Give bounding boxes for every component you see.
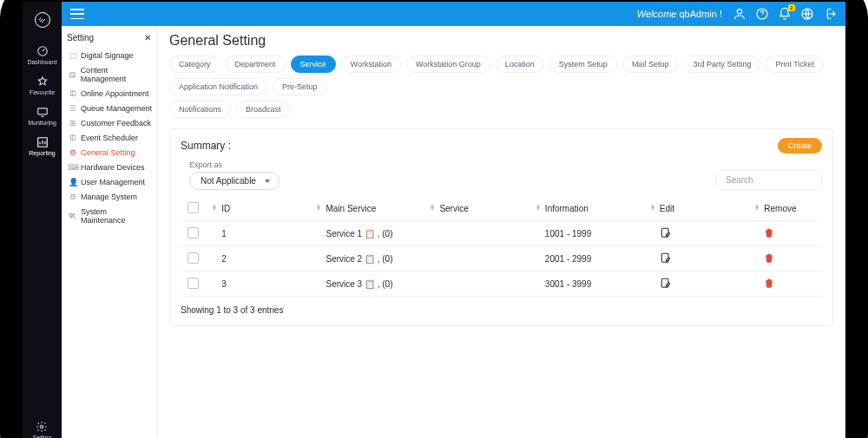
sidebar-item-icon: ⊞ — [69, 119, 77, 127]
help-icon[interactable] — [755, 7, 769, 21]
summary-label: Summary : — [181, 140, 231, 152]
sidepanel-title: Setting — [67, 33, 94, 42]
tab-pill[interactable]: Workstation — [341, 56, 401, 73]
sidebar-item-label: Queue Management — [81, 104, 152, 113]
create-button[interactable]: Create — [778, 138, 822, 154]
sidebar-item[interactable]: ▤Content Management — [67, 62, 155, 86]
tab-pill[interactable]: 3rd Party Setting — [683, 56, 760, 73]
sidebar-item-label: Online Appointment — [81, 89, 149, 98]
svg-rect-1 — [37, 108, 47, 114]
cell-main-service: Service 2 📋 , (0) — [319, 246, 432, 271]
tab-pill[interactable]: Department — [226, 56, 286, 73]
chart-icon — [36, 136, 49, 148]
gauge-icon — [36, 45, 49, 57]
rail-item-favourite[interactable]: Favourite — [23, 70, 62, 101]
tab-pill[interactable]: Pre-Setup — [273, 78, 327, 95]
sidebar-item-label: Digital Signage — [81, 51, 134, 60]
table-row: 1 Service 1 📋 , (0) 1001 - 1999 — [181, 221, 822, 246]
table-footer: Showing 1 to 3 of 3 entries — [181, 297, 822, 318]
cell-information: 3001 - 3999 — [538, 271, 653, 297]
tab-pill[interactable]: Notifications — [169, 101, 231, 118]
star-icon — [36, 75, 49, 88]
export-selected: Not Applicable — [201, 176, 256, 186]
globe-icon[interactable] — [800, 7, 814, 21]
sidebar-item-icon: 👤 — [69, 178, 77, 186]
sidebar-item-label: General Setting — [81, 148, 135, 157]
sidebar-item[interactable]: 🛠System Maintenance — [67, 204, 155, 227]
sidebar-item-label: System Maintenance — [81, 207, 153, 225]
row-checkbox[interactable] — [187, 278, 199, 289]
tabs-row-2: NotificationsBroadcast — [169, 101, 833, 118]
table-header[interactable]: ▴▾Edit — [653, 197, 758, 221]
table-header[interactable]: ▴▾ID — [214, 197, 319, 221]
sidebar-item-icon: 🛠 — [69, 212, 77, 220]
sort-icon: ▴▾ — [536, 204, 540, 211]
tab-pill[interactable]: System Setup — [549, 56, 617, 73]
tab-pill[interactable]: Application Notification — [169, 78, 267, 95]
bell-icon[interactable]: 2 — [778, 7, 792, 21]
welcome-user: qbAdmin ! — [679, 9, 722, 19]
table-header[interactable]: ▴▾Remove — [757, 197, 822, 221]
sidebar-item-label: Customer Feedback — [81, 119, 151, 127]
sort-icon: ▴▾ — [317, 204, 320, 211]
cell-id: 3 — [214, 271, 319, 297]
trash-icon[interactable] — [764, 277, 774, 289]
sidepanel: Setting ✕ ▢Digital Signage▤Content Manag… — [62, 26, 157, 438]
rail-label: Reporting — [29, 150, 55, 156]
trash-icon[interactable] — [764, 226, 774, 239]
tab-pill[interactable]: Print Ticket — [766, 56, 824, 73]
rail-item-dashboard[interactable]: Dashboard — [23, 40, 62, 70]
search-input[interactable] — [716, 170, 822, 190]
rail-item-monitoring[interactable]: Monitoring — [23, 101, 62, 131]
user-icon[interactable] — [733, 7, 746, 21]
select-all-checkbox[interactable] — [187, 202, 199, 213]
rail-label: Monitoring — [28, 120, 56, 126]
tab-pill[interactable]: Location — [496, 56, 544, 73]
sidebar-item[interactable]: ⚙Manage System — [67, 189, 155, 204]
sidebar-item[interactable]: 🗓Event Scheduler — [67, 130, 155, 145]
sidebar-item-label: Hardware Devices — [81, 163, 145, 172]
tab-pill[interactable]: Category — [169, 56, 220, 73]
sidebar-item[interactable]: ⚙General Setting — [67, 145, 155, 160]
close-icon[interactable]: ✕ — [142, 33, 153, 42]
table-header[interactable]: ▴▾Service — [432, 197, 537, 221]
sort-icon: ▴▾ — [755, 204, 759, 211]
svg-point-3 — [41, 425, 44, 428]
sidebar-item-icon: ▢ — [69, 51, 77, 60]
sidebar-item-label: Manage System — [81, 193, 137, 201]
edit-icon[interactable] — [660, 226, 672, 239]
trash-icon[interactable] — [764, 252, 774, 264]
cell-service — [432, 246, 537, 271]
sidebar-item[interactable]: ⊞Customer Feedback — [67, 115, 155, 130]
cell-service — [432, 221, 537, 246]
sidebar-item-icon: 🗓 — [69, 89, 77, 98]
sidebar-item[interactable]: ▢Digital Signage — [67, 48, 155, 62]
sidebar-item-icon: ⌨ — [69, 163, 77, 172]
table-header[interactable]: ▴▾Main Service — [319, 197, 432, 221]
tab-pill[interactable]: Workstation Group — [406, 56, 490, 73]
sidebar-item[interactable]: 👤User Management — [67, 174, 155, 189]
row-checkbox[interactable] — [187, 252, 199, 264]
tab-pill[interactable]: Mail Setup — [622, 56, 679, 73]
edit-icon[interactable] — [660, 252, 672, 264]
logout-icon[interactable] — [823, 7, 837, 21]
edit-icon[interactable] — [660, 277, 672, 289]
cell-service — [432, 271, 537, 297]
topbar: Welcome qbAdmin ! 2 — [62, 2, 845, 26]
table-row: 3 Service 3 📋 , (0) 3001 - 3999 — [181, 271, 822, 297]
sidebar-item[interactable]: 🗓Online Appointment — [67, 86, 155, 101]
rail-item-reporting[interactable]: Reporting — [23, 131, 62, 161]
left-rail: Dashboard Favourite Monitoring Reporting… — [23, 2, 62, 438]
sidebar-item[interactable]: ☰Queue Management — [67, 101, 155, 115]
rail-item-setting[interactable]: Setting — [33, 415, 52, 438]
table-header[interactable] — [181, 197, 214, 221]
tab-pill[interactable]: Service — [291, 56, 336, 73]
export-select[interactable]: Not Applicable — [189, 172, 279, 190]
tab-pill[interactable]: Broadcast — [236, 101, 291, 118]
hamburger-icon[interactable] — [70, 9, 84, 19]
row-checkbox[interactable] — [187, 227, 199, 239]
rail-label: Setting — [33, 435, 52, 438]
table-header[interactable]: ▴▾Information — [538, 197, 653, 221]
sidebar-item[interactable]: ⌨Hardware Devices — [67, 160, 155, 174]
rail-label: Dashboard — [27, 59, 56, 65]
